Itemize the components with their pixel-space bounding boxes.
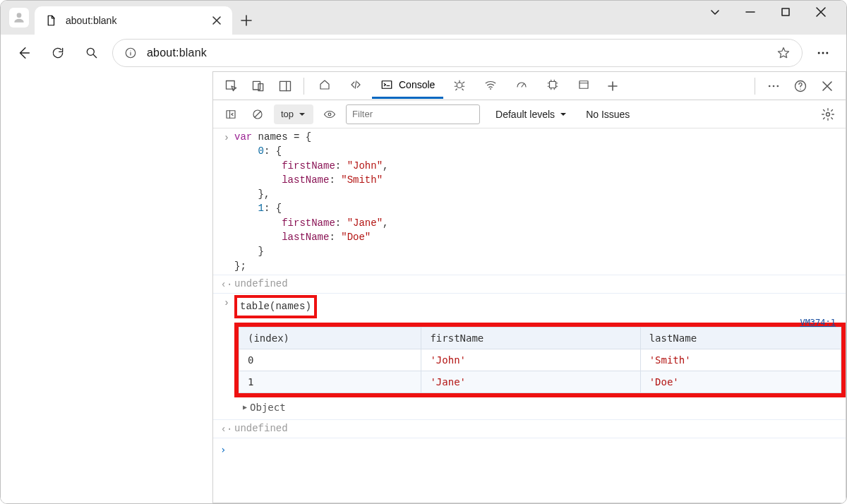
inspect-element-button[interactable]: [219, 73, 244, 99]
eye-icon: [323, 108, 336, 121]
tab-welcome[interactable]: [310, 73, 340, 99]
levels-label: Default levels: [495, 109, 555, 120]
code-line: table(names): [234, 295, 839, 318]
svg-rect-15: [579, 81, 588, 89]
console-prompt[interactable]: ›: [213, 438, 846, 464]
chip-icon: [546, 78, 559, 91]
filter-input[interactable]: [346, 104, 480, 124]
context-label: top: [281, 109, 294, 119]
console-body[interactable]: › var names = { 0: { firstName: "John", …: [213, 128, 846, 503]
search-icon: [85, 46, 99, 60]
code-block: var names = { 0: { firstName: "John", la…: [234, 130, 839, 273]
browser-window: about:blank about:blank: [0, 0, 847, 504]
svg-point-6: [826, 52, 828, 54]
device-toggle-button[interactable]: [246, 73, 271, 99]
svg-point-12: [457, 83, 463, 88]
new-tab-button[interactable]: [232, 6, 260, 35]
maximize-icon: [781, 7, 791, 17]
browser-tab[interactable]: about:blank: [35, 6, 232, 35]
devtools-panel: Console top: [212, 71, 846, 503]
console-table-output: VM374:1 (index) firstName lastName 0 'Jo…: [234, 323, 846, 398]
inspect-icon: [224, 79, 239, 93]
tab-performance[interactable]: [507, 73, 536, 99]
more-tabs-button[interactable]: [600, 73, 625, 99]
table-header-row: (index) firstName lastName: [239, 327, 841, 349]
reload-button[interactable]: [44, 40, 71, 66]
console-return-2: ‹· undefined: [213, 419, 846, 438]
home-icon: [318, 78, 331, 91]
svg-rect-8: [253, 81, 260, 90]
tab-sources[interactable]: [445, 73, 474, 99]
info-icon: [124, 47, 137, 59]
chevron-down-icon: [559, 110, 567, 119]
col-index[interactable]: (index): [239, 327, 421, 349]
devices-icon: [251, 79, 265, 93]
close-tab-icon[interactable]: [211, 15, 222, 26]
console-input-2: › table(names): [213, 293, 846, 319]
tab-memory[interactable]: [538, 73, 567, 99]
devtools-help-button[interactable]: [788, 73, 813, 99]
live-expression-button[interactable]: [319, 104, 340, 125]
log-levels-selector[interactable]: Default levels: [495, 109, 567, 120]
console-settings-button[interactable]: [817, 104, 839, 125]
input-prompt-icon: ›: [219, 130, 234, 145]
undefined-text: undefined: [234, 421, 839, 436]
dock-side-button[interactable]: [272, 73, 298, 99]
col-lastname[interactable]: lastName: [640, 327, 841, 349]
reload-icon: [51, 46, 65, 60]
issues-label[interactable]: No Issues: [586, 109, 630, 120]
svg-point-4: [818, 52, 820, 54]
devtools-close-button[interactable]: [815, 73, 840, 99]
tab-application[interactable]: [569, 73, 599, 99]
clear-icon: [251, 108, 264, 121]
toggle-sidebar-button[interactable]: [220, 104, 241, 125]
address-bar[interactable]: about:blank: [112, 39, 803, 67]
favorite-icon[interactable]: [776, 46, 791, 60]
highlight-box: table(names): [234, 295, 317, 318]
undefined-text: undefined: [234, 277, 839, 291]
wifi-icon: [484, 78, 497, 91]
col-firstname[interactable]: firstName: [421, 327, 640, 349]
svg-point-0: [17, 13, 22, 18]
console-icon: [380, 78, 393, 91]
source-link[interactable]: VM374:1: [800, 317, 836, 329]
more-horizontal-icon: [816, 46, 830, 60]
object-expand-line[interactable]: ▶ Object: [213, 399, 846, 419]
user-icon: [12, 11, 26, 25]
table-row: 1 'Jane' 'Doe': [239, 371, 841, 393]
cell-lastname: 'Doe': [640, 371, 841, 393]
search-button[interactable]: [78, 40, 105, 66]
help-icon: [793, 79, 807, 93]
cell-firstname: 'John': [421, 349, 640, 371]
minimize-button[interactable]: [740, 2, 760, 22]
devtools-more-button[interactable]: [761, 73, 786, 99]
plus-icon: [240, 14, 253, 27]
back-button[interactable]: [11, 40, 37, 66]
triangle-right-icon: ▶: [243, 402, 247, 413]
tab-title: about:blank: [66, 15, 203, 26]
tab-console[interactable]: Console: [372, 73, 443, 99]
browser-toolbar: about:blank: [1, 35, 846, 71]
browser-menu-button[interactable]: [810, 46, 836, 60]
console-input-1: › var names = { 0: { firstName: "John", …: [213, 128, 846, 275]
svg-point-23: [827, 112, 830, 116]
profile-button[interactable]: [9, 8, 29, 28]
console-table: (index) firstName lastName 0 'John' 'Smi…: [239, 327, 841, 394]
gauge-icon: [515, 78, 528, 91]
devtools-tabstrip: Console: [213, 72, 846, 100]
svg-rect-1: [782, 8, 789, 16]
svg-point-17: [773, 85, 775, 87]
chevron-down-button[interactable]: [705, 2, 725, 22]
console-return-1: ‹· undefined: [213, 275, 846, 293]
svg-rect-11: [382, 81, 392, 89]
cell-firstname: 'Jane': [421, 371, 640, 393]
cell-index: 1: [239, 371, 421, 393]
tab-elements[interactable]: [341, 73, 371, 99]
maximize-button[interactable]: [776, 2, 795, 22]
tab-network[interactable]: [476, 73, 505, 99]
close-icon: [815, 6, 827, 18]
close-window-button[interactable]: [811, 2, 831, 22]
svg-point-18: [777, 85, 779, 87]
context-selector[interactable]: top: [274, 104, 313, 124]
clear-console-button[interactable]: [247, 104, 268, 125]
